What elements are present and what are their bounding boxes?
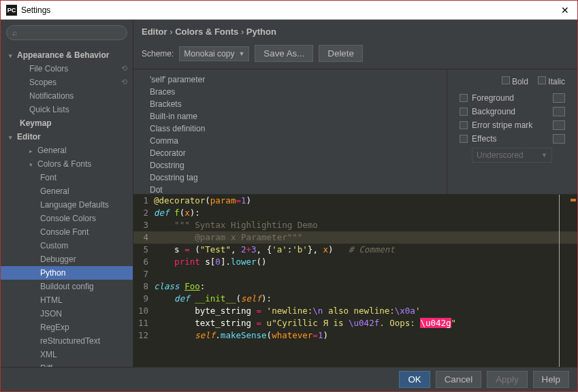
tree-item-file-colors[interactable]: File Colors⟲ <box>1 62 133 76</box>
attribute-item[interactable]: Brackets <box>133 98 447 110</box>
effects-swatch[interactable] <box>553 134 565 144</box>
bold-label: Bold <box>512 77 528 86</box>
content: Editor › Colors & Fonts › Python Scheme:… <box>133 20 577 367</box>
chevron-down-icon: ▼ <box>238 50 244 57</box>
error-stripe-checkbox[interactable] <box>460 121 468 129</box>
code-line: 7 <box>133 268 577 280</box>
code-content: @decorator(param=1) <box>154 195 577 207</box>
rollback-icon[interactable]: ⟲ <box>121 78 127 86</box>
breadcrumb-seg: Colors & Fonts <box>175 27 238 37</box>
tree-item-notifications[interactable]: Notifications <box>1 89 133 103</box>
effects-combo-value: Underscored <box>477 150 524 160</box>
attribute-item[interactable]: Docstring <box>133 159 447 172</box>
attribute-list[interactable]: 'self' parameterBracesBracketsBuilt-in n… <box>133 69 447 194</box>
sidebar: ⌕ Appearance & BehaviorFile Colors⟲Scope… <box>1 20 133 367</box>
tree-item-python[interactable]: Python <box>1 266 133 280</box>
line-number: 7 <box>133 268 154 280</box>
tree-item-html[interactable]: HTML <box>1 293 133 307</box>
code-content: s = ("Test", 2+3, {'a':'b'}, x) # Commen… <box>154 244 577 256</box>
line-number: 11 <box>133 317 154 329</box>
code-content: byte_string = 'newline:\n also newline:\… <box>154 305 577 317</box>
code-line: 10 byte_string = 'newline:\n also newlin… <box>133 305 577 317</box>
code-line: 4 @param x Parameter""" <box>133 231 577 244</box>
tree-item-scopes[interactable]: Scopes⟲ <box>1 76 133 89</box>
attribute-item[interactable]: 'self' parameter <box>133 74 447 86</box>
main-area: ⌕ Appearance & BehaviorFile Colors⟲Scope… <box>1 20 577 367</box>
foreground-swatch[interactable] <box>553 93 565 103</box>
code-content: self.makeSense(whatever=1) <box>154 329 577 342</box>
effects-checkbox[interactable] <box>460 135 468 143</box>
line-number: 9 <box>133 293 154 305</box>
code-content: def __init__(self): <box>154 293 577 305</box>
error-stripe-swatch[interactable] <box>553 120 565 130</box>
search-input[interactable] <box>20 28 121 37</box>
tree-item-custom[interactable]: Custom <box>1 239 133 252</box>
breadcrumb-seg: Python <box>246 27 276 37</box>
rollback-icon[interactable]: ⟲ <box>121 64 127 73</box>
code-content: text_string = u"Cyrillic Я is \u042f. Oo… <box>154 317 577 329</box>
tree-item-general[interactable]: General <box>1 184 133 198</box>
line-number: 8 <box>133 280 154 293</box>
help-button[interactable]: Help <box>533 371 569 388</box>
code-line: 1@decorator(param=1) <box>133 195 577 207</box>
attribute-item[interactable]: Docstring tag <box>133 172 447 184</box>
tree-item-appearance-behavior[interactable]: Appearance & Behavior <box>1 48 133 62</box>
tree-item-debugger[interactable]: Debugger <box>1 252 133 266</box>
code-line: 6 print s[0].lower() <box>133 256 577 268</box>
search-box[interactable]: ⌕ <box>6 25 127 40</box>
delete-button[interactable]: Delete <box>319 45 363 62</box>
italic-checkbox[interactable] <box>538 76 546 84</box>
line-number: 1 <box>133 195 154 207</box>
breadcrumb: Editor › Colors & Fonts › Python <box>133 20 577 41</box>
tree-item-restructuredtext[interactable]: reStructuredText <box>1 334 133 348</box>
scheme-row: Scheme: Monokai copy ▼ Save As... Delete <box>133 41 577 69</box>
cancel-button[interactable]: Cancel <box>436 371 482 388</box>
style-panel: Bold Italic Foreground Background Error … <box>447 69 577 194</box>
background-checkbox[interactable] <box>460 108 468 116</box>
code-content: print s[0].lower() <box>154 256 577 268</box>
tree-item-buildout-config[interactable]: Buildout config <box>1 280 133 293</box>
search-icon: ⌕ <box>12 28 17 37</box>
tree-item-json[interactable]: JSON <box>1 307 133 321</box>
code-content: """ Syntax Highlighting Demo <box>154 219 577 231</box>
attribute-item[interactable]: Built-in name <box>133 110 447 122</box>
tree-item-editor[interactable]: Editor <box>1 130 133 144</box>
attribute-item[interactable]: Dot <box>133 184 447 194</box>
apply-button[interactable]: Apply <box>487 371 527 388</box>
scheme-label: Scheme: <box>142 49 174 59</box>
tree-item-regexp[interactable]: RegExp <box>1 321 133 334</box>
tree-item-quick-lists[interactable]: Quick Lists <box>1 103 133 116</box>
attribute-item[interactable]: Comma <box>133 135 447 147</box>
attribute-item[interactable]: Decorator <box>133 147 447 159</box>
code-line: 8class Foo: <box>133 280 577 293</box>
tree-item-xml[interactable]: XML <box>1 348 133 361</box>
tree-item-language-defaults[interactable]: Language Defaults <box>1 198 133 212</box>
app-icon: PC <box>6 5 17 16</box>
line-number: 2 <box>133 207 154 219</box>
scheme-combo[interactable]: Monokai copy ▼ <box>179 46 249 61</box>
effects-combo[interactable]: Underscored ▼ <box>472 148 552 163</box>
tree-item-console-font[interactable]: Console Font <box>1 225 133 239</box>
bold-checkbox[interactable] <box>502 76 510 84</box>
foreground-label: Foreground <box>472 93 514 103</box>
code-line: 2def f(x): <box>133 207 577 219</box>
background-swatch[interactable] <box>553 107 565 116</box>
tree-item-keymap[interactable]: Keymap <box>1 116 133 130</box>
attribute-item[interactable]: Class definition <box>133 122 447 135</box>
titlebar: PC Settings ✕ <box>1 1 577 20</box>
tree-item-general[interactable]: General <box>1 144 133 157</box>
code-preview[interactable]: 1@decorator(param=1)2def f(x):3 """ Synt… <box>133 195 577 367</box>
attribute-item[interactable]: Braces <box>133 86 447 98</box>
tree-item-diff[interactable]: Diff <box>1 361 133 367</box>
tree-item-console-colors[interactable]: Console Colors <box>1 212 133 225</box>
tree-item-font[interactable]: Font <box>1 171 133 184</box>
save-as-button[interactable]: Save As... <box>255 45 313 62</box>
line-number: 3 <box>133 219 154 231</box>
foreground-checkbox[interactable] <box>460 94 468 102</box>
close-icon[interactable]: ✕ <box>558 5 572 16</box>
ok-button[interactable]: OK <box>399 371 430 388</box>
line-number: 4 <box>133 231 154 244</box>
code-line: 3 """ Syntax Highlighting Demo <box>133 219 577 231</box>
tree-item-colors-fonts[interactable]: Colors & Fonts <box>1 157 133 171</box>
code-content <box>154 268 577 280</box>
